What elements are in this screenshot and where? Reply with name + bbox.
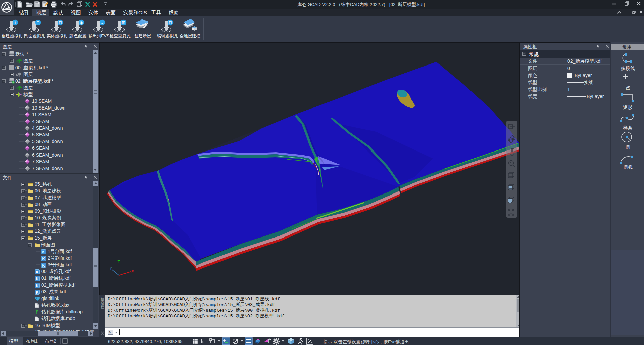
svg-text:K: K — [42, 250, 45, 254]
svg-text:◉: ◉ — [80, 20, 83, 25]
svg-text:K: K — [36, 290, 39, 294]
svg-text:K: K — [42, 263, 45, 267]
svg-text:⊡: ⊡ — [59, 20, 62, 25]
svg-text:Y: Y — [109, 266, 112, 271]
svg-text:K: K — [36, 277, 39, 281]
svg-text:≡: ≡ — [101, 20, 103, 25]
svg-text:⊞: ⊞ — [122, 20, 125, 25]
svg-text:>_: >_ — [109, 330, 113, 334]
svg-text:⊟: ⊟ — [36, 20, 39, 25]
svg-text:K: K — [36, 284, 39, 288]
svg-text:K: K — [42, 257, 45, 261]
svg-text:K: K — [36, 270, 39, 274]
svg-text:X: X — [131, 269, 134, 274]
svg-text:⊟: ⊟ — [169, 20, 172, 25]
svg-text:+: + — [14, 20, 16, 25]
svg-text:Z: Z — [117, 259, 120, 264]
